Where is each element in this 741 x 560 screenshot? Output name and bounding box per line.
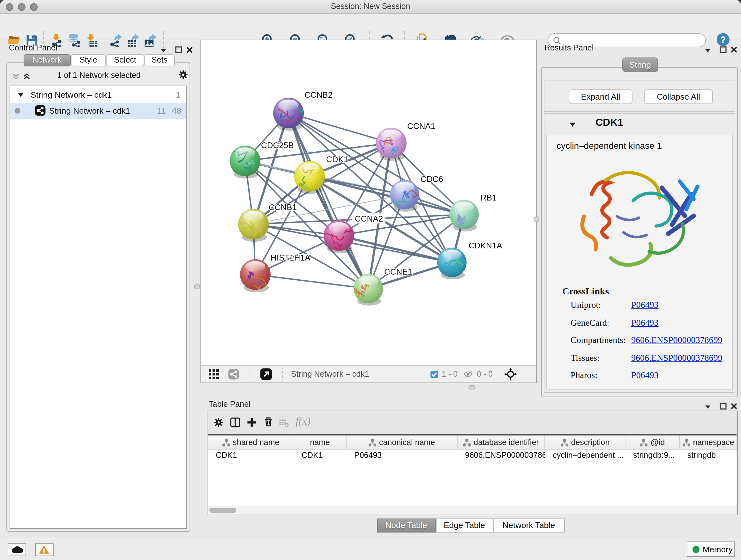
table-delete-icon[interactable] bbox=[263, 416, 274, 430]
table-add-icon[interactable] bbox=[246, 417, 257, 430]
network-row-selected[interactable]: String Network – cdk1 11 48 bbox=[10, 103, 186, 119]
column-header-name[interactable]: name bbox=[294, 435, 347, 449]
right-splitter-handle[interactable] bbox=[534, 216, 539, 222]
cell-canonical-name[interactable]: P06493 bbox=[347, 451, 457, 463]
export-table-icon[interactable] bbox=[125, 33, 139, 47]
maximize-table-icon[interactable] bbox=[719, 401, 727, 409]
close-panel-icon[interactable] bbox=[186, 45, 193, 52]
node-label-CCNE1: CCNE1 bbox=[384, 267, 412, 276]
crosslink-value-link[interactable]: 9606.ENSP00000378699 bbox=[631, 353, 722, 363]
network-view-footer: String Network – cdk1 1 - 0 0 - 0 bbox=[201, 365, 536, 382]
node-label-CDK1: CDK1 bbox=[326, 154, 348, 164]
import-network-database-icon[interactable] bbox=[67, 33, 81, 47]
network-node-CCNB2[interactable] bbox=[273, 98, 311, 131]
open-in-window-icon[interactable] bbox=[260, 368, 273, 383]
network-edge[interactable] bbox=[255, 274, 368, 289]
network-collection-row[interactable]: String Network – cdk1 1 bbox=[10, 87, 186, 103]
cloud-status-button[interactable] bbox=[8, 543, 26, 556]
crosslink-value-link[interactable]: P06493 bbox=[631, 300, 659, 310]
node-label-CCNA1: CCNA1 bbox=[407, 121, 435, 131]
network-node-CDKN1A[interactable] bbox=[437, 248, 467, 279]
float-table-icon[interactable] bbox=[704, 401, 712, 409]
column-header-database-identifier[interactable]: database identifier bbox=[457, 435, 545, 449]
collapse-arrow-icon[interactable] bbox=[17, 91, 24, 98]
crosslink-value-link[interactable]: 9606.ENSP00000378699 bbox=[631, 335, 722, 346]
hidden-eye-icon bbox=[463, 369, 474, 382]
column-header-description[interactable]: description bbox=[545, 435, 625, 449]
memory-label: Memory bbox=[703, 545, 733, 554]
results-content-box: Expand All Collapse All CDK1 cyclin–depe… bbox=[541, 67, 738, 397]
crosslinks-title: CrossLinks bbox=[562, 286, 609, 297]
birds-eye-navigator-icon[interactable] bbox=[504, 368, 517, 383]
close-results-icon[interactable] bbox=[730, 45, 738, 52]
tab-network-table[interactable]: Network Table bbox=[493, 518, 564, 533]
warning-status-button[interactable] bbox=[35, 543, 54, 556]
network-collection-label: String Network – cdk1 bbox=[30, 90, 112, 99]
left-splitter-handle[interactable] bbox=[194, 284, 200, 289]
network-node-RB1[interactable] bbox=[449, 200, 479, 232]
network-node-CCNB1[interactable] bbox=[238, 209, 269, 242]
crosslink-label: Uniprot: bbox=[570, 300, 601, 310]
gene-collapse-icon[interactable] bbox=[569, 121, 576, 128]
network-edge[interactable] bbox=[339, 236, 452, 262]
node-label-HIST1H1A: HIST1H1A bbox=[271, 253, 311, 262]
export-image-icon[interactable] bbox=[143, 33, 157, 47]
cell-name[interactable]: CDK1 bbox=[294, 451, 347, 463]
protein-structure-image bbox=[572, 156, 710, 280]
tab-style[interactable]: Style bbox=[71, 54, 106, 66]
import-table-icon[interactable] bbox=[84, 33, 98, 47]
string-network-icon[interactable] bbox=[228, 368, 239, 382]
node-label-RB1: RB1 bbox=[481, 193, 497, 202]
column-header--id[interactable]: @id bbox=[625, 435, 680, 449]
network-node-CDK1[interactable] bbox=[294, 161, 325, 195]
float-panel-icon[interactable] bbox=[159, 45, 167, 53]
node-label-CDKN1A: CDKN1A bbox=[468, 241, 502, 250]
collapse-all-button[interactable]: Collapse All bbox=[644, 89, 713, 104]
table-columns-icon[interactable] bbox=[230, 417, 241, 430]
expand-collapse-bar: Expand All Collapse All bbox=[544, 80, 735, 112]
network-node-HIST1H1A[interactable] bbox=[240, 259, 271, 292]
maximize-panel-icon[interactable] bbox=[175, 45, 183, 52]
network-row-label: String Network – cdk1 bbox=[49, 106, 130, 115]
crosslink-value-link[interactable]: P06493 bbox=[631, 370, 659, 381]
main-toolbar: ? bbox=[0, 14, 741, 40]
network-node-CCNE1[interactable] bbox=[349, 274, 383, 306]
table-horizontal-scrollbar[interactable] bbox=[208, 506, 737, 514]
column-header-namespace[interactable]: namespace bbox=[680, 435, 737, 449]
network-node-CCNA1[interactable] bbox=[376, 128, 407, 161]
tab-string[interactable]: String bbox=[622, 57, 658, 72]
tab-node-table[interactable]: Node Table bbox=[377, 518, 435, 533]
cell-description[interactable]: cyclin–dependent ... bbox=[545, 451, 625, 463]
table-gear-icon[interactable] bbox=[213, 417, 224, 430]
grid-view-icon[interactable] bbox=[208, 368, 219, 382]
table-panel-title: Table Panel bbox=[209, 400, 251, 409]
network-node-CDC25B[interactable] bbox=[230, 145, 260, 179]
memory-status-dot bbox=[692, 546, 699, 553]
selected-checkbox-icon[interactable] bbox=[430, 370, 439, 381]
cell-namespace[interactable]: stringdb bbox=[680, 451, 737, 463]
cell--id[interactable]: stringdb:9... bbox=[625, 451, 680, 463]
tab-sets[interactable]: Sets bbox=[144, 54, 175, 66]
network-view[interactable]: CCNB2CCNA1CDC25BCDK1CDC6RB1CCNB1CCNA2CDK… bbox=[200, 40, 537, 383]
tab-select[interactable]: Select bbox=[106, 54, 144, 66]
expand-all-button[interactable]: Expand All bbox=[569, 89, 632, 104]
maximize-results-icon[interactable] bbox=[719, 45, 727, 52]
cell-shared-name[interactable]: CDK1 bbox=[208, 451, 294, 463]
tab-network[interactable]: Network bbox=[23, 54, 71, 66]
network-graph[interactable]: CCNB2CCNA1CDC25BCDK1CDC6RB1CCNB1CCNA2CDK… bbox=[201, 40, 536, 365]
control-panel-title: Control Panel bbox=[9, 44, 57, 52]
memory-button[interactable]: Memory bbox=[687, 542, 735, 557]
window-title: Session: New Session bbox=[0, 2, 741, 11]
network-options-gear-icon[interactable] bbox=[178, 70, 188, 80]
scrollbar-thumb[interactable] bbox=[209, 508, 236, 513]
column-header-canonical-name[interactable]: canonical name bbox=[347, 435, 457, 449]
float-results-icon[interactable] bbox=[704, 45, 712, 53]
export-network-icon[interactable] bbox=[109, 33, 123, 47]
network-node-CDC6[interactable] bbox=[390, 180, 419, 212]
tab-edge-table[interactable]: Edge Table bbox=[435, 518, 493, 533]
column-header-shared-name[interactable]: shared name bbox=[208, 435, 294, 449]
crosslink-value-link[interactable]: P06493 bbox=[631, 318, 659, 328]
close-table-icon[interactable] bbox=[730, 401, 738, 409]
cell-database-identifier[interactable]: 9606.ENSP00000378699 bbox=[457, 451, 545, 463]
gene-details: cyclin–dependent kinase 1 bbox=[546, 135, 733, 389]
